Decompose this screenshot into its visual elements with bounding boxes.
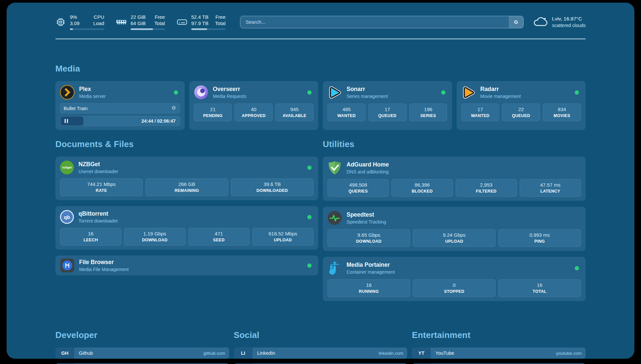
section-title-entertainment: Entertainment <box>412 330 586 340</box>
card-nzbget[interactable]: nzbget NZBGet Usenet downloader 744.21 M… <box>55 157 318 200</box>
service-name: Overseerr <box>213 86 303 93</box>
bookmark-url: youtube.com <box>556 351 582 356</box>
system-stats: 9% CPU 3.09 Load <box>55 14 226 30</box>
disk-stat: 52.4 TB Free 97.9 TB Total <box>177 14 226 30</box>
dashboard-page: 9% CPU 3.09 Load <box>0 0 641 364</box>
cpu-load-label: Load <box>93 20 104 26</box>
ram-free-value: 22 GiB <box>131 14 146 20</box>
header-divider <box>55 39 586 39</box>
service-name: Media Portainer <box>347 261 570 268</box>
cpu-load-value: 3.09 <box>70 20 79 26</box>
qbittorrent-logo-icon: qb <box>60 210 74 224</box>
section-title-utilities: Utilities <box>323 139 586 149</box>
cloud-icon <box>533 16 547 28</box>
cpu-icon <box>55 17 66 27</box>
service-subtitle: Media File Management <box>79 267 303 272</box>
section-title-media: Media <box>55 64 586 74</box>
status-dot-online <box>307 166 312 170</box>
bookmark-youtube[interactable]: YT YouTube youtube.com <box>412 348 586 359</box>
search-input[interactable] <box>240 16 509 28</box>
stat-tile: 744.21 Mbps RATE <box>60 178 143 196</box>
stat-tile: 40 APPROVED <box>234 104 273 121</box>
stat-tile: 618.52 Mbps UPLOAD <box>252 228 314 246</box>
card-speedtest[interactable]: Speedtest Speedtest Tracking 9.65 Gbps D… <box>323 207 586 251</box>
bookmark-name: YouTube <box>435 350 454 356</box>
service-subtitle: Torrent downloader <box>78 218 303 224</box>
cpu-value: 9% <box>70 14 77 20</box>
service-subtitle: Usenet downloader <box>78 169 303 174</box>
bookmark-url: github.com <box>203 351 225 356</box>
bookmarks-area: Developer GH Github github.com SO StackO… <box>55 330 586 364</box>
stat-tile: 17 QUEUED <box>368 104 407 121</box>
service-subtitle: Movie management <box>480 94 570 99</box>
bookmark-name: Github <box>79 350 93 356</box>
stat-tile: 471 SEED <box>188 228 250 246</box>
bookmark-github[interactable]: GH Github github.com <box>55 348 229 359</box>
service-subtitle: Speedtest Tracking <box>347 219 581 225</box>
bookmark-linkedin[interactable]: LI LinkedIn linkedin.com <box>234 348 408 359</box>
service-name: Radarr <box>480 86 570 93</box>
section-title-documents: Documents & Files <box>55 139 318 149</box>
top-bar: 9% CPU 3.09 Load <box>55 14 586 30</box>
status-dot-online <box>575 266 579 270</box>
stat-tile: 39.6 TB DOWNLOADED <box>231 178 314 196</box>
card-overseerr[interactable]: Overseerr Media Requests 21 PENDING 40 A… <box>189 81 319 130</box>
service-subtitle: Media Requests <box>213 94 303 99</box>
service-subtitle: Media server <box>79 94 169 99</box>
service-name: File Browser <box>79 259 303 266</box>
stat-tile: 0.993 ms PING <box>498 229 581 247</box>
cpu-stat: 9% CPU 3.09 Load <box>55 14 104 30</box>
service-subtitle: Series management <box>347 94 437 99</box>
ram-stat: 22 GiB Free 64 GiB Total <box>116 14 165 30</box>
stat-tile: 21 PENDING <box>194 104 232 121</box>
now-playing-title: Bullet Train <box>64 106 88 111</box>
card-filebrowser[interactable]: File Browser Media File Management <box>55 256 318 275</box>
service-subtitle: DNS and adblocking <box>347 169 581 174</box>
card-portainer[interactable]: Media Portainer Container management 16 … <box>323 257 586 301</box>
stat-tile: 196 SERIES <box>409 104 447 121</box>
status-dot-online <box>575 90 579 95</box>
radarr-logo-icon <box>461 85 476 100</box>
stat-tile: 834 MOVIES <box>543 104 581 121</box>
bookmark-abbr: LI <box>234 348 253 359</box>
ram-total-value: 64 GiB <box>131 20 146 26</box>
bookmark-url: linkedin.com <box>379 351 403 356</box>
disk-icon <box>177 17 187 27</box>
card-adguard[interactable]: AdGuard Home DNS and adblocking 498,508 … <box>323 157 586 201</box>
card-radarr[interactable]: Radarr Movie management 17 WANTED 22 QUE… <box>457 81 586 130</box>
section-media: Media Plex Media server <box>55 64 586 130</box>
adguard-logo-icon <box>327 161 342 175</box>
bookmark-group-social: Social LI LinkedIn linkedin.com TW Twitt… <box>234 330 408 364</box>
disk-free-label: Free <box>215 14 226 20</box>
plex-logo-icon <box>60 85 75 100</box>
service-name: Sonarr <box>347 86 437 93</box>
weather-location: Lviv, 16.87°C <box>552 16 586 22</box>
status-dot-online <box>307 215 312 219</box>
portainer-logo-icon <box>327 261 342 275</box>
status-dot-online <box>174 90 178 95</box>
playback-progress-fill <box>60 116 83 126</box>
pause-icon[interactable] <box>65 119 68 123</box>
disk-free-value: 52.4 TB <box>191 14 208 20</box>
section-title-developer: Developer <box>55 330 229 340</box>
stat-tile: 945 AVAILABLE <box>275 104 314 121</box>
service-name: Speedtest <box>347 211 581 218</box>
bookmark-name: LinkedIn <box>257 350 275 356</box>
card-plex[interactable]: Plex Media server Bullet Train <box>55 81 185 130</box>
card-sonarr[interactable]: Sonarr Series management 485 WANTED 17 Q… <box>323 81 452 130</box>
search-bar[interactable]: G <box>240 16 524 28</box>
stat-tile: 2,953 FILTERED <box>456 179 517 197</box>
cpu-progress-bar <box>70 28 104 30</box>
search-engine-button[interactable]: G <box>509 16 523 28</box>
speedtest-logo-icon <box>327 211 342 225</box>
stat-tile: 16 LEECH <box>60 228 121 246</box>
card-qbittorrent[interactable]: qb qBittorrent Torrent downloader 16 LEE… <box>55 206 318 250</box>
settings-icon[interactable] <box>171 105 176 111</box>
stat-tile: 9.65 Gbps DOWNLOAD <box>327 229 410 247</box>
filebrowser-logo-icon <box>60 258 75 273</box>
ram-icon <box>116 17 127 27</box>
weather-condition: scattered clouds <box>552 23 586 28</box>
section-documents: Documents & Files nzbget NZBGet Usenet d… <box>55 139 318 307</box>
playback-time: 24:44 / 02:06:47 <box>141 118 176 124</box>
dashboard-panel: 9% CPU 3.09 Load <box>7 3 634 359</box>
